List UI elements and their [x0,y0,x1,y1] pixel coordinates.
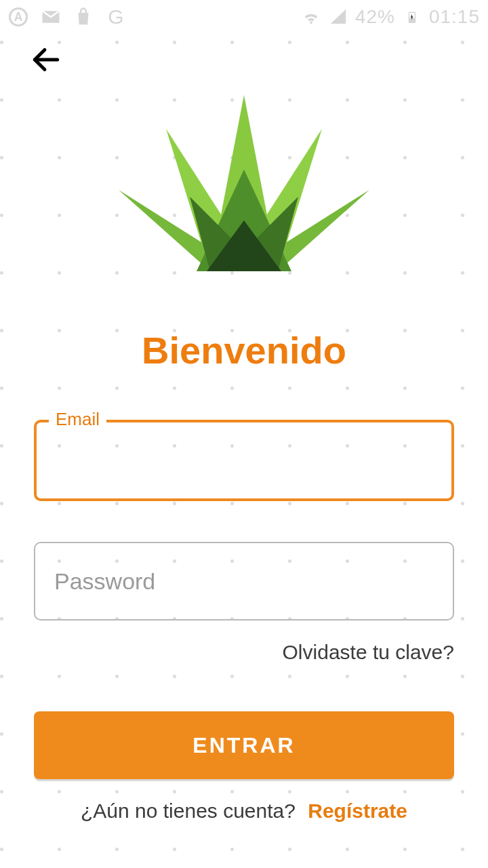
status-bar-left: A G [8,7,126,27]
status-bar-right: 42% 01:15 [301,6,480,28]
battery-text: 42% [355,6,395,28]
signal-icon [328,7,348,27]
status-bar: A G 42% 01:15 [0,0,488,34]
battery-charging-icon [402,7,422,27]
crown-leaf-logo-icon [108,275,380,287]
wifi-icon [301,7,321,27]
clock-text: 01:15 [429,6,480,28]
welcome-title: Bienvenido [142,328,346,372]
register-row: ¿Aún no tienes cuenta? Regístrate [81,800,407,823]
svg-text:G: G [108,7,123,27]
mail-icon [41,7,61,27]
login-screen: Bienvenido Email Password Olvidaste tu c… [0,34,488,868]
app-bar [0,34,488,88]
email-label: Email [49,409,106,430]
shopping-bag-icon [73,7,94,27]
app-logo [108,95,380,288]
register-link[interactable]: Regístrate [308,800,407,822]
login-content: Bienvenido Email Password Olvidaste tu c… [0,88,488,868]
arrow-left-icon [29,43,63,79]
email-field[interactable] [34,420,454,501]
google-g-icon: G [106,7,126,27]
forgot-password-link[interactable]: Olvidaste tu clave? [283,641,454,664]
no-account-text: ¿Aún no tienes cuenta? [81,800,296,822]
back-button[interactable] [27,42,65,80]
password-field[interactable] [34,542,454,620]
app-circle-a-icon: A [8,7,28,27]
svg-text:A: A [14,10,23,24]
email-field-wrap: Email [34,420,454,501]
password-field-wrap: Password [34,542,454,620]
forgot-row: Olvidaste tu clave? [34,641,454,664]
enter-button[interactable]: ENTRAR [34,711,454,779]
